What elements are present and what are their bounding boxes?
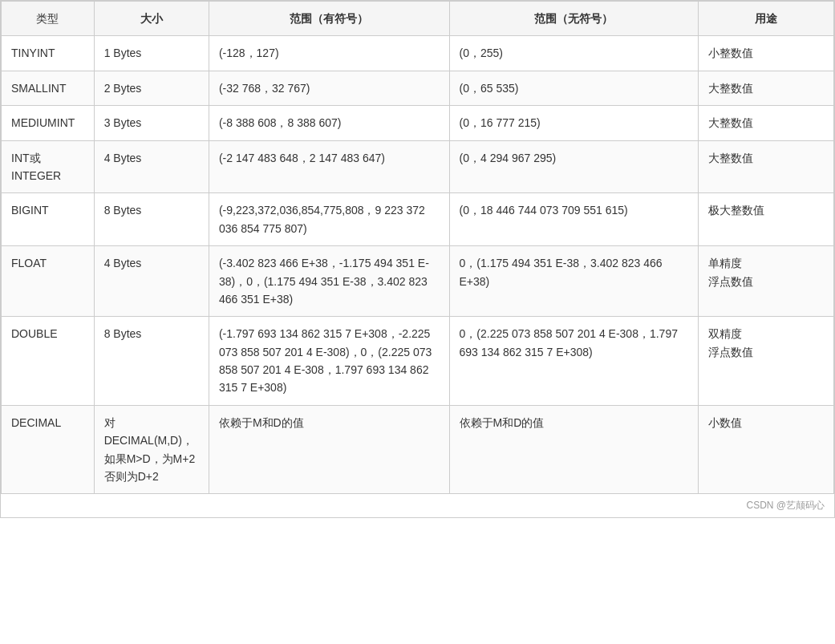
cell-range_signed: (-1.797 693 134 862 315 7 E+308，-2.225 0…	[209, 317, 449, 406]
cell-range_unsigned: (0，4 294 967 295)	[449, 140, 698, 193]
cell-type: DECIMAL	[2, 405, 95, 494]
cell-usage: 大整数值	[698, 71, 833, 105]
header-type: 类型	[2, 2, 95, 36]
cell-range_unsigned: 0，(2.225 073 858 507 201 4 E-308，1.797 6…	[449, 317, 698, 406]
cell-usage: 单精度浮点数值	[698, 246, 833, 317]
cell-type: TINYINT	[2, 36, 95, 71]
cell-range_signed: (-2 147 483 648，2 147 483 647)	[209, 140, 449, 193]
cell-range_unsigned: 依赖于M和D的值	[449, 405, 698, 494]
cell-type: DOUBLE	[2, 317, 95, 406]
header-range-unsigned: 范围（无符号）	[449, 2, 698, 36]
table-row: TINYINT1 Bytes(-128，127)(0，255)小整数值	[2, 36, 834, 71]
table-row: INT或INTEGER4 Bytes(-2 147 483 648，2 147 …	[2, 140, 834, 193]
table-row: BIGINT8 Bytes(-9,223,372,036,854,775,808…	[2, 193, 834, 246]
cell-usage: 极大整数值	[698, 193, 833, 246]
cell-range_signed: (-3.402 823 466 E+38，-1.175 494 351 E-38…	[209, 246, 449, 317]
cell-type: FLOAT	[2, 246, 95, 317]
cell-range_unsigned: (0，65 535)	[449, 71, 698, 105]
table-row: MEDIUMINT3 Bytes(-8 388 608，8 388 607)(0…	[2, 106, 834, 140]
table-header-row: 类型 大小 范围（有符号） 范围（无符号） 用途	[2, 2, 834, 36]
cell-type: BIGINT	[2, 193, 95, 246]
cell-type: SMALLINT	[2, 71, 95, 105]
cell-range_unsigned: (0，255)	[449, 36, 698, 71]
cell-range_signed: (-9,223,372,036,854,775,808，9 223 372 03…	[209, 193, 449, 246]
cell-range_signed: (-128，127)	[209, 36, 449, 71]
cell-type: INT或INTEGER	[2, 140, 95, 193]
cell-size: 4 Bytes	[94, 140, 209, 193]
cell-size: 对DECIMAL(M,D)，如果M>D，为M+2否则为D+2	[94, 405, 209, 494]
table-row: DECIMAL对DECIMAL(M,D)，如果M>D，为M+2否则为D+2依赖于…	[2, 405, 834, 494]
table-row: FLOAT4 Bytes(-3.402 823 466 E+38，-1.175 …	[2, 246, 834, 317]
cell-usage: 大整数值	[698, 106, 833, 140]
cell-size: 8 Bytes	[94, 193, 209, 246]
header-usage: 用途	[698, 2, 833, 36]
watermark: CSDN @艺颠码心	[1, 494, 834, 517]
cell-usage: 小整数值	[698, 36, 833, 71]
cell-size: 2 Bytes	[94, 71, 209, 105]
cell-usage: 小数值	[698, 405, 833, 494]
cell-range_unsigned: (0，18 446 744 073 709 551 615)	[449, 193, 698, 246]
header-size: 大小	[94, 2, 209, 36]
main-table: 类型 大小 范围（有符号） 范围（无符号） 用途 TINYINT1 Bytes(…	[0, 0, 835, 518]
cell-type: MEDIUMINT	[2, 106, 95, 140]
cell-size: 1 Bytes	[94, 36, 209, 71]
cell-usage: 双精度浮点数值	[698, 317, 833, 406]
cell-range_signed: (-32 768，32 767)	[209, 71, 449, 105]
cell-range_unsigned: 0，(1.175 494 351 E-38，3.402 823 466 E+38…	[449, 246, 698, 317]
cell-size: 8 Bytes	[94, 317, 209, 406]
cell-range_unsigned: (0，16 777 215)	[449, 106, 698, 140]
cell-size: 4 Bytes	[94, 246, 209, 317]
cell-range_signed: (-8 388 608，8 388 607)	[209, 106, 449, 140]
cell-size: 3 Bytes	[94, 106, 209, 140]
table-row: SMALLINT2 Bytes(-32 768，32 767)(0，65 535…	[2, 71, 834, 105]
cell-range_signed: 依赖于M和D的值	[209, 405, 449, 494]
table-row: DOUBLE8 Bytes(-1.797 693 134 862 315 7 E…	[2, 317, 834, 406]
header-range-signed: 范围（有符号）	[209, 2, 449, 36]
cell-usage: 大整数值	[698, 140, 833, 193]
